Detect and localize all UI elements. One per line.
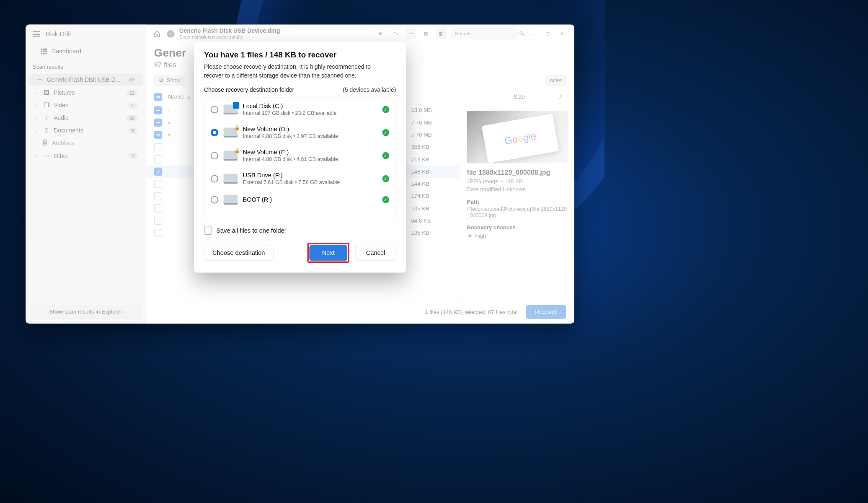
drive-icon bbox=[224, 174, 238, 184]
destination-item[interactable]: New Volume (E:)Internal 4.88 GB disk • 4… bbox=[204, 144, 396, 167]
drive-icon bbox=[224, 104, 238, 114]
radio-button[interactable] bbox=[211, 152, 218, 159]
destination-sub: External 7.61 GB disk • 7.58 GB availabl… bbox=[243, 179, 377, 186]
destination-item[interactable]: Local Disk (C:)Internal 107 GB disk • 23… bbox=[204, 98, 396, 121]
destination-sub: Internal 107 GB disk • 23.2 GB available bbox=[243, 110, 377, 117]
destination-name: Local Disk (C:) bbox=[243, 103, 377, 110]
destination-item[interactable]: New Volume (D:)Internal 4.88 GB disk • 3… bbox=[204, 121, 396, 144]
destination-item[interactable]: USB Drive (F:)External 7.61 GB disk • 7.… bbox=[204, 167, 396, 190]
app-window: Disk Drill Dashboard Scan results ▭ Gene… bbox=[26, 25, 574, 324]
destination-name: BOOT (R:) bbox=[243, 196, 377, 203]
destination-name: USB Drive (F:) bbox=[243, 172, 377, 179]
destination-list: Local Disk (C:)Internal 107 GB disk • 23… bbox=[204, 98, 396, 220]
save-all-option[interactable]: Save all files to one folder bbox=[204, 227, 396, 235]
dest-available-label: (5 devices available) bbox=[343, 87, 396, 93]
status-ok-icon: ✓ bbox=[382, 196, 390, 203]
destination-item[interactable]: BOOT (R:)✓ bbox=[204, 190, 396, 209]
modal-description: Please choose recovery destination. It i… bbox=[204, 63, 379, 80]
drive-icon bbox=[224, 150, 238, 161]
destination-sub: Internal 4.88 GB disk • 4.81 GB availabl… bbox=[243, 156, 377, 163]
status-ok-icon: ✓ bbox=[382, 106, 390, 113]
modal-title: You have 1 files / 148 KB to recover bbox=[204, 50, 396, 60]
radio-button[interactable] bbox=[211, 129, 218, 136]
destination-sub: Internal 4.88 GB disk • 3.97 GB availabl… bbox=[243, 133, 377, 140]
drive-icon bbox=[224, 127, 238, 137]
radio-button[interactable] bbox=[211, 106, 218, 113]
radio-button[interactable] bbox=[211, 196, 218, 203]
save-all-checkbox[interactable] bbox=[204, 227, 212, 235]
highlight-box: Next bbox=[307, 243, 349, 263]
status-ok-icon: ✓ bbox=[382, 175, 390, 182]
drive-icon bbox=[224, 195, 238, 205]
dest-header-label: Choose recovery destination folder bbox=[204, 87, 294, 93]
status-ok-icon: ✓ bbox=[382, 152, 390, 159]
status-ok-icon: ✓ bbox=[382, 129, 390, 136]
next-button[interactable]: Next bbox=[309, 245, 347, 261]
choose-destination-button[interactable]: Choose destination bbox=[204, 245, 274, 261]
cancel-button[interactable]: Cancel bbox=[355, 245, 396, 261]
destination-name: New Volume (D:) bbox=[243, 126, 377, 133]
destination-name: New Volume (E:) bbox=[243, 149, 377, 156]
radio-button[interactable] bbox=[211, 175, 218, 182]
recovery-modal: You have 1 files / 148 KB to recover Ple… bbox=[194, 41, 406, 273]
modal-overlay: You have 1 files / 148 KB to recover Ple… bbox=[26, 25, 574, 324]
